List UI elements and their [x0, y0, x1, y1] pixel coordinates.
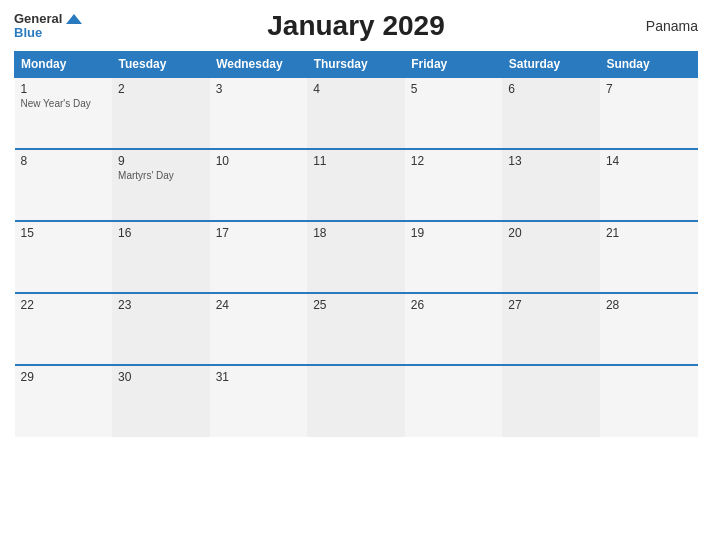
day-number: 1 — [21, 82, 107, 96]
day-cell: 27 — [502, 293, 600, 365]
day-cell: 11 — [307, 149, 405, 221]
header-thursday: Thursday — [307, 51, 405, 77]
day-number: 6 — [508, 82, 594, 96]
calendar-title: January 2029 — [267, 10, 444, 42]
day-cell: 4 — [307, 77, 405, 149]
logo-icon — [64, 12, 84, 26]
header-sunday: Sunday — [600, 51, 698, 77]
day-number: 29 — [21, 370, 107, 384]
day-cell: 21 — [600, 221, 698, 293]
day-cell: 23 — [112, 293, 210, 365]
day-cell: 5 — [405, 77, 503, 149]
day-number: 15 — [21, 226, 107, 240]
day-number: 20 — [508, 226, 594, 240]
day-cell: 26 — [405, 293, 503, 365]
day-cell: 20 — [502, 221, 600, 293]
day-cell: 18 — [307, 221, 405, 293]
week-row-5: 293031 — [15, 365, 698, 437]
week-row-1: 1New Year's Day234567 — [15, 77, 698, 149]
day-number: 31 — [216, 370, 302, 384]
header-wednesday: Wednesday — [210, 51, 308, 77]
day-cell: 22 — [15, 293, 113, 365]
day-number: 8 — [21, 154, 107, 168]
day-number: 5 — [411, 82, 497, 96]
day-number: 3 — [216, 82, 302, 96]
day-number: 27 — [508, 298, 594, 312]
day-number: 25 — [313, 298, 399, 312]
day-number: 18 — [313, 226, 399, 240]
day-cell: 13 — [502, 149, 600, 221]
day-number: 21 — [606, 226, 692, 240]
week-row-2: 89Martyrs' Day1011121314 — [15, 149, 698, 221]
day-number: 4 — [313, 82, 399, 96]
day-cell: 31 — [210, 365, 308, 437]
header-monday: Monday — [15, 51, 113, 77]
calendar-container: General Blue January 2029 Panama Monday … — [0, 0, 712, 550]
day-number: 22 — [21, 298, 107, 312]
day-cell: 7 — [600, 77, 698, 149]
logo-general-text: General — [14, 12, 62, 26]
day-cell: 24 — [210, 293, 308, 365]
calendar-country: Panama — [646, 18, 698, 34]
day-cell — [600, 365, 698, 437]
day-number: 19 — [411, 226, 497, 240]
day-number: 2 — [118, 82, 204, 96]
week-row-4: 22232425262728 — [15, 293, 698, 365]
day-number: 10 — [216, 154, 302, 168]
day-number: 26 — [411, 298, 497, 312]
header-saturday: Saturday — [502, 51, 600, 77]
day-number: 30 — [118, 370, 204, 384]
calendar-header: General Blue January 2029 Panama — [14, 12, 698, 41]
header-friday: Friday — [405, 51, 503, 77]
day-cell: 1New Year's Day — [15, 77, 113, 149]
svg-marker-0 — [66, 14, 82, 24]
day-cell: 10 — [210, 149, 308, 221]
logo: General Blue — [14, 12, 84, 41]
day-cell: 9Martyrs' Day — [112, 149, 210, 221]
day-number: 17 — [216, 226, 302, 240]
day-number: 23 — [118, 298, 204, 312]
day-cell: 17 — [210, 221, 308, 293]
day-number: 16 — [118, 226, 204, 240]
day-cell: 16 — [112, 221, 210, 293]
day-number: 11 — [313, 154, 399, 168]
day-event: Martyrs' Day — [118, 170, 204, 181]
day-cell — [307, 365, 405, 437]
day-cell — [502, 365, 600, 437]
day-number: 13 — [508, 154, 594, 168]
day-number: 7 — [606, 82, 692, 96]
day-cell: 30 — [112, 365, 210, 437]
day-number: 12 — [411, 154, 497, 168]
calendar-table: Monday Tuesday Wednesday Thursday Friday… — [14, 51, 698, 437]
day-cell: 19 — [405, 221, 503, 293]
day-number: 28 — [606, 298, 692, 312]
day-cell: 12 — [405, 149, 503, 221]
week-row-3: 15161718192021 — [15, 221, 698, 293]
day-number: 9 — [118, 154, 204, 168]
day-cell: 29 — [15, 365, 113, 437]
day-cell: 3 — [210, 77, 308, 149]
header-tuesday: Tuesday — [112, 51, 210, 77]
day-number: 24 — [216, 298, 302, 312]
day-cell: 6 — [502, 77, 600, 149]
day-event: New Year's Day — [21, 98, 107, 109]
day-cell: 14 — [600, 149, 698, 221]
day-cell: 8 — [15, 149, 113, 221]
day-cell: 28 — [600, 293, 698, 365]
day-cell: 25 — [307, 293, 405, 365]
days-header-row: Monday Tuesday Wednesday Thursday Friday… — [15, 51, 698, 77]
logo-blue-text: Blue — [14, 26, 42, 40]
day-cell: 2 — [112, 77, 210, 149]
day-cell — [405, 365, 503, 437]
day-number: 14 — [606, 154, 692, 168]
day-cell: 15 — [15, 221, 113, 293]
